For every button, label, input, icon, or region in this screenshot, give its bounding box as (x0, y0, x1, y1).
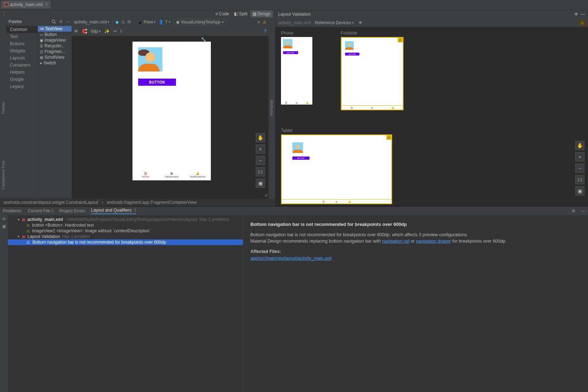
zoom-out-button[interactable]: − (256, 156, 265, 165)
blueprint-icon[interactable]: ◇ (121, 20, 125, 25)
component-tree-vertical-tab[interactable]: Component Tree (0, 152, 6, 198)
code-icon: ≡ (215, 11, 218, 16)
palette-cat-widgets[interactable]: Widgets (6, 47, 37, 54)
breadcrumb-item[interactable]: androidx.constraintlayout.widget.Constra… (4, 200, 98, 205)
eye-icon[interactable]: 👁 (2, 217, 6, 222)
zoom-11-button[interactable]: 1:1 (256, 167, 265, 176)
chevrons-icon[interactable]: » (257, 20, 260, 25)
home-icon: 🏠 (285, 101, 287, 104)
theme-selector[interactable]: 👤 T ▾ (158, 20, 170, 25)
bell-icon: 🔔 (348, 200, 351, 203)
detail-title: Bottom navigation bar is not recommended… (250, 221, 581, 228)
gear-icon[interactable]: ✲ (59, 19, 63, 24)
gear-icon[interactable]: ✲ (574, 12, 578, 17)
minimize-icon[interactable]: — (581, 12, 585, 17)
zoom-fit-button[interactable]: ▣ (256, 179, 265, 188)
attributes-vertical-tab[interactable]: Attributes (269, 17, 275, 198)
guideline-icon[interactable]: Ⅰ (120, 29, 122, 34)
nav-dashboard[interactable]: ▦ Dashboard (158, 170, 184, 180)
lv-foldable-label: Foldable (341, 31, 404, 36)
palette-cat-containers[interactable]: Containers (6, 62, 37, 69)
palette-cat-legacy[interactable]: Legacy (6, 83, 37, 90)
widget-imageview[interactable]: ▣ImageView (38, 37, 72, 43)
view-mode-design[interactable]: ▦ Design (250, 10, 273, 17)
tab-current-file[interactable]: Current File5 (28, 208, 53, 213)
palette-cat-layouts[interactable]: Layouts (6, 54, 37, 62)
layout-validation-body[interactable]: Phone BUTTON 🏠▦🔔 Foldable ⚠ (275, 27, 588, 206)
pan-icon[interactable]: ✋ (575, 141, 584, 150)
tree-file-node[interactable]: ▾ ▦ activity_main.xml ~/AndroidStudioPro… (8, 217, 243, 222)
affected-file-link[interactable]: app/src/main/res/layout/activity_main.xm… (250, 256, 332, 261)
minimize-icon[interactable]: — (581, 208, 585, 213)
lv-phone-preview[interactable]: BUTTON 🏠▦🔔 (281, 37, 312, 105)
lv-tablet-preview[interactable]: ⚠ BUTTON 🏠▦🔔 (281, 134, 392, 204)
warning-icon[interactable]: ⚠ (579, 20, 585, 26)
tree-problem-row[interactable]: ⚠ button <Button>: Hardcoded text (8, 222, 243, 228)
tree-problem-row-selected[interactable]: ⚠ Bottom navigation bar is not recommend… (8, 239, 243, 245)
eye-icon[interactable]: 👁 (358, 20, 363, 25)
nav-home[interactable]: 🏠 Home (132, 170, 158, 180)
palette-cat-common[interactable]: Common (6, 26, 37, 33)
clear-constraints-icon[interactable]: ✂ (113, 29, 117, 34)
zoom-fit-button[interactable]: ▣ (575, 186, 584, 196)
wand-icon[interactable]: ✨ (104, 29, 110, 34)
gear-icon[interactable]: ✲ (572, 208, 575, 213)
margin-selector[interactable]: 0dp ▾ (91, 29, 101, 34)
help-icon[interactable]: ? (264, 29, 266, 34)
link-navigation-drawer[interactable]: navigation drawer (416, 239, 451, 244)
magnet-icon[interactable]: 🧲 (82, 29, 87, 34)
breadcrumb-item[interactable]: androidx.fragment.app.FragmentContainerV… (107, 200, 197, 205)
resize-grip-icon[interactable]: ◢ (264, 192, 267, 197)
eye-icon[interactable]: 👁 (74, 29, 78, 34)
home-icon: 🏠 (322, 200, 325, 203)
layout-validation-title: Layout Validation (278, 12, 311, 17)
zoom-in-button[interactable]: + (575, 152, 584, 161)
widget-fragment[interactable]: ◫Fragmen... (38, 49, 72, 54)
tree-group-node[interactable]: ▾ ▦ Layout Validation Has 1 problem (8, 234, 243, 239)
tab-layout-qualifiers[interactable]: Layout and Qualifiers 3 (91, 208, 136, 214)
bell-icon: 🔔 (196, 172, 199, 175)
window-icon[interactable]: ▣ (2, 224, 6, 229)
overflow-icon[interactable]: ⋮ (2, 11, 6, 16)
orientation-icon[interactable]: ⟳ (128, 20, 131, 25)
app-selector[interactable]: ◉ VisualLintingTestApp ▾ (173, 19, 226, 25)
zoom-11-button[interactable]: 1:1 (575, 175, 584, 184)
close-icon[interactable]: × (45, 2, 48, 7)
palette-cat-helpers[interactable]: Helpers (6, 69, 37, 76)
split-icon: ◧ (234, 11, 238, 16)
device-selector[interactable]: 📱 Pixel ▾ (137, 20, 156, 25)
device-preview-main[interactable]: BUTTON 🏠 Home ▦ Dashboard 🔔 (132, 42, 211, 180)
search-icon[interactable] (51, 19, 56, 24)
zoom-out-button[interactable]: − (575, 164, 584, 173)
design-canvas[interactable]: activity_main.xml ▾ ◆ ◇ ⟳ 📱 Pixel ▾ 👤 T … (72, 17, 269, 198)
lv-foldable-preview[interactable]: ⚠ BUTTON 🏠▦🔔 (341, 37, 404, 110)
warning-icon[interactable]: ⚠ (263, 20, 266, 25)
widget-scrollview[interactable]: ▤ScrollView (38, 54, 72, 60)
tree-problem-row[interactable]: ⚠ imageView2 <ImageView>: Image without … (8, 228, 243, 234)
palette-cat-text[interactable]: Text (6, 33, 37, 40)
widget-recyclerview[interactable]: ☰Recycler... (38, 43, 72, 49)
widget-button[interactable]: ▭Button (38, 32, 72, 37)
tab-project-errors[interactable]: Project Errors (59, 208, 85, 213)
view-mode-split[interactable]: ◧ Split (232, 10, 249, 17)
mini-button: BUTTON (345, 53, 359, 55)
wrench-icon[interactable]: 🔧 (201, 37, 206, 42)
link-navigation-rail[interactable]: navigation rail (382, 239, 410, 244)
problems-gutter: 👁 ▣ (0, 215, 8, 392)
view-mode-code[interactable]: ≡ Code (213, 10, 231, 17)
widget-textview[interactable]: AbTextView (38, 26, 72, 32)
mini-button: BUTTON (283, 51, 298, 54)
palette-cat-google[interactable]: Google (6, 76, 37, 83)
preview-button[interactable]: BUTTON (138, 79, 176, 86)
design-toolbar-2: 👁 🧲 0dp ▾ ✨ ✂ Ⅰ ? (72, 27, 269, 36)
reference-devices-selector[interactable]: Reference Devices ▾ (315, 20, 354, 25)
widget-switch[interactable]: ●Switch (38, 60, 72, 66)
pan-icon[interactable]: ✋ (256, 133, 265, 142)
minimize-icon[interactable]: — (66, 19, 70, 24)
design-surface-icon[interactable]: ◆ (115, 20, 119, 25)
palette-cat-buttons[interactable]: Buttons (6, 40, 37, 47)
file-selector[interactable]: activity_main.xml ▾ (74, 20, 109, 25)
editor-tab-activity-main[interactable]: activity_main.xml × (1, 1, 51, 9)
zoom-in-button[interactable]: + (256, 144, 265, 154)
nav-notifications[interactable]: 🔔 Notifications (185, 170, 211, 180)
